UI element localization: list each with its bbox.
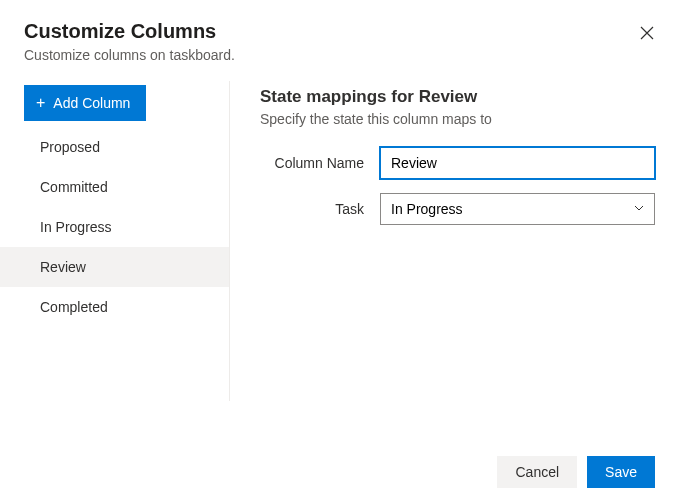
add-column-button[interactable]: + Add Column (24, 85, 146, 121)
columns-sidebar: + Add Column Proposed Committed In Progr… (0, 81, 230, 401)
add-column-label: Add Column (53, 95, 130, 111)
column-item-proposed[interactable]: Proposed (0, 127, 229, 167)
dialog-footer: Cancel Save (497, 456, 655, 488)
close-icon (639, 25, 655, 44)
task-select[interactable]: In Progress (380, 193, 655, 225)
task-row: Task In Progress (260, 193, 655, 225)
column-name-row: Column Name (260, 147, 655, 179)
main-panel: State mappings for Review Specify the st… (230, 81, 679, 401)
column-list: Proposed Committed In Progress Review Co… (0, 127, 229, 327)
cancel-button[interactable]: Cancel (497, 456, 577, 488)
column-item-label: Proposed (40, 139, 100, 155)
column-item-label: Committed (40, 179, 108, 195)
column-item-label: Completed (40, 299, 108, 315)
plus-icon: + (36, 95, 45, 111)
save-button[interactable]: Save (587, 456, 655, 488)
dialog-title: Customize Columns (24, 20, 655, 43)
close-button[interactable] (635, 22, 659, 46)
dialog-header: Customize Columns Customize columns on t… (0, 0, 679, 71)
column-item-review[interactable]: Review (0, 247, 229, 287)
task-label: Task (260, 201, 380, 217)
column-name-input[interactable] (380, 147, 655, 179)
dialog-content: + Add Column Proposed Committed In Progr… (0, 71, 679, 401)
section-title: State mappings for Review (260, 87, 655, 107)
column-name-label: Column Name (260, 155, 380, 171)
dialog-subtitle: Customize columns on taskboard. (24, 47, 655, 63)
column-item-label: Review (40, 259, 86, 275)
column-item-committed[interactable]: Committed (0, 167, 229, 207)
section-subtitle: Specify the state this column maps to (260, 111, 655, 127)
column-item-label: In Progress (40, 219, 112, 235)
column-item-completed[interactable]: Completed (0, 287, 229, 327)
column-item-in-progress[interactable]: In Progress (0, 207, 229, 247)
task-select-wrap: In Progress (380, 193, 655, 225)
